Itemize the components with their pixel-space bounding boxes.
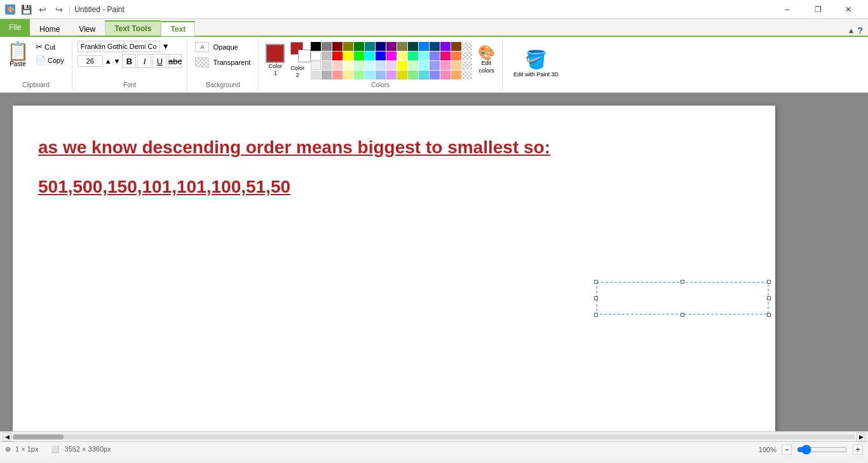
handle-bl[interactable]: [594, 313, 598, 317]
swatch-navy[interactable]: [376, 42, 386, 51]
handle-ml[interactable]: [594, 296, 598, 300]
transparent-option[interactable]: Transparent: [193, 56, 253, 69]
cut-button[interactable]: ✂ Cut: [33, 41, 67, 53]
edit-colors-button[interactable]: 🎨 Editcolors: [476, 44, 497, 76]
swatch-lightgray2[interactable]: [322, 61, 332, 70]
scroll-left-button[interactable]: ◀: [3, 432, 11, 441]
zoom-in-button[interactable]: +: [853, 445, 863, 455]
swatch-cyan[interactable]: [365, 52, 375, 60]
swatch-brown[interactable]: [451, 42, 461, 51]
swatch-darkred[interactable]: [332, 42, 342, 51]
font-name-input[interactable]: [78, 41, 160, 52]
close-button[interactable]: ✕: [834, 0, 863, 19]
swatch-lightblue[interactable]: [430, 52, 440, 60]
canvas-numbers[interactable]: 501,500,150,101,101,100,51,50: [38, 177, 750, 197]
swatch-darkteal[interactable]: [408, 42, 418, 51]
swatch-lightgray1[interactable]: [311, 61, 321, 70]
minimize-button[interactable]: –: [773, 0, 802, 19]
swatch-magenta[interactable]: [386, 52, 397, 60]
save-button[interactable]: 💾: [19, 3, 33, 17]
swatch-medcyan[interactable]: [419, 71, 429, 79]
swatch-green2[interactable]: [408, 61, 418, 70]
font-dropdown-icon[interactable]: ▼: [162, 42, 170, 51]
swatch-amber[interactable]: [451, 71, 461, 79]
canvas-heading[interactable]: as we know descending order means bigges…: [38, 137, 750, 158]
handle-bm[interactable]: [681, 313, 684, 317]
swatch-darkyellow[interactable]: [397, 71, 407, 79]
swatch-cornflower[interactable]: [376, 71, 386, 79]
color2-swatch[interactable]: [298, 50, 311, 62]
zoom-slider[interactable]: [797, 445, 848, 455]
swatch-cream[interactable]: [343, 61, 353, 70]
tab-home[interactable]: Home: [30, 21, 69, 36]
swatch-violet[interactable]: [440, 42, 451, 51]
swatch-blue[interactable]: [376, 52, 386, 60]
tab-file[interactable]: File: [0, 19, 30, 36]
swatch-purple[interactable]: [386, 42, 397, 51]
swatch-transparent3[interactable]: [462, 61, 472, 70]
swatch-olive[interactable]: [343, 42, 353, 51]
swatch-yellow2[interactable]: [397, 61, 407, 70]
swatch-orange[interactable]: [451, 52, 461, 60]
swatch-gray[interactable]: [322, 42, 332, 51]
swatch-green3[interactable]: [354, 71, 364, 79]
tab-text-tools[interactable]: Text Tools: [105, 20, 161, 36]
canvas[interactable]: as we know descending order means bigges…: [13, 106, 775, 431]
swatch-transparent2[interactable]: [462, 52, 472, 60]
opaque-option[interactable]: A Opaque: [193, 41, 240, 53]
color1-button[interactable]: Color1: [264, 42, 287, 79]
italic-button[interactable]: I: [137, 54, 151, 68]
swatch-red[interactable]: [332, 52, 342, 60]
copy-button[interactable]: 📄 Copy: [33, 54, 67, 66]
zoom-out-button[interactable]: −: [782, 445, 792, 455]
swatch-lavender[interactable]: [386, 61, 397, 70]
handle-tl[interactable]: [594, 280, 598, 284]
swatch-transparent4[interactable]: [462, 71, 472, 79]
swatch-yellow[interactable]: [343, 52, 353, 60]
redo-button[interactable]: ↪: [52, 3, 66, 17]
swatch-lime[interactable]: [354, 52, 364, 60]
swatch-peach[interactable]: [451, 61, 461, 70]
undo-button[interactable]: ↩: [36, 3, 50, 17]
swatch-teal[interactable]: [365, 42, 375, 51]
font-size-up-icon[interactable]: ▲: [105, 57, 112, 65]
tab-text[interactable]: Text: [161, 21, 195, 36]
swatch-salmon[interactable]: [332, 71, 342, 79]
swatch-medgreen[interactable]: [408, 71, 418, 79]
underline-button[interactable]: U: [153, 54, 166, 68]
swatch-darkgreen[interactable]: [354, 42, 364, 51]
maximize-button[interactable]: ❐: [803, 0, 832, 19]
swatch-transparent1[interactable]: [462, 42, 472, 51]
swatch-gray3[interactable]: [322, 71, 332, 79]
handle-br[interactable]: [767, 313, 771, 317]
canvas-container[interactable]: as we know descending order means bigges…: [0, 93, 868, 431]
swatch-lightyellow[interactable]: [397, 52, 407, 60]
font-size-input[interactable]: [78, 55, 103, 67]
swatch-mint[interactable]: [354, 61, 364, 70]
scroll-right-button[interactable]: ▶: [857, 432, 865, 441]
scroll-track-horizontal[interactable]: [13, 434, 855, 439]
swatch-silver[interactable]: [322, 52, 332, 60]
swatch-aqua[interactable]: [419, 61, 429, 70]
swatch-lightblue3[interactable]: [365, 71, 375, 79]
swatch-lightgreen[interactable]: [408, 52, 418, 60]
swatch-hotpink2[interactable]: [440, 71, 451, 79]
horizontal-scrollbar[interactable]: ◀ ▶: [0, 431, 868, 441]
swatch-gray2[interactable]: [311, 71, 321, 79]
handle-tm[interactable]: [681, 280, 684, 284]
swatch-medblue[interactable]: [430, 71, 440, 79]
swatch-hotpink[interactable]: [440, 52, 451, 60]
swatch-periwinkle[interactable]: [430, 61, 440, 70]
swatch-blue2[interactable]: [419, 42, 429, 51]
swatch-lightcyan[interactable]: [419, 52, 429, 60]
swatch-rose[interactable]: [440, 61, 451, 70]
edit-paint3d-button[interactable]: 🪣 Edit with Paint 3D: [508, 46, 564, 82]
swatch-lightblue2[interactable]: [376, 61, 386, 70]
tab-view[interactable]: View: [69, 21, 105, 36]
swatch-tan[interactable]: [343, 71, 353, 79]
strikethrough-button[interactable]: abc: [168, 54, 182, 68]
help-icon[interactable]: ?: [857, 25, 863, 36]
paste-button[interactable]: 📋 Paste: [5, 41, 31, 69]
swatch-black[interactable]: [311, 42, 321, 51]
handle-tr[interactable]: [767, 280, 771, 284]
